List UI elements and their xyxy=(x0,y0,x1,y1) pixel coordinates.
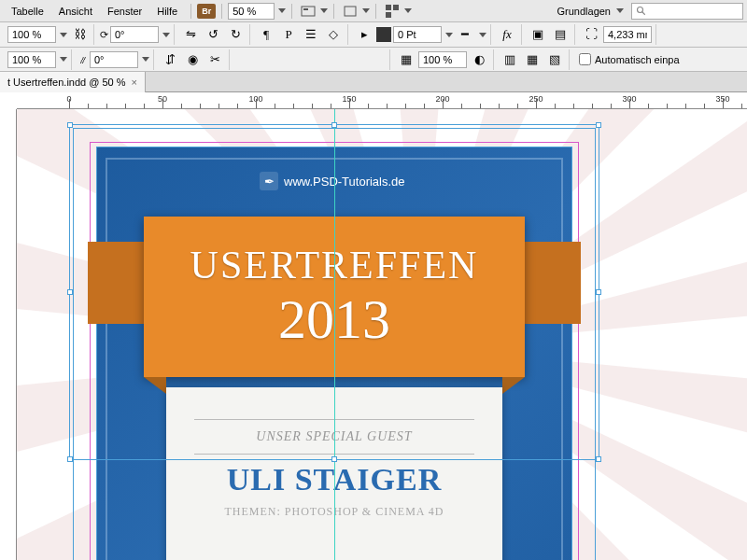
blend-icon[interactable]: ◐ xyxy=(469,50,489,69)
char-style-icon[interactable]: P xyxy=(278,25,299,44)
wrap-shape-icon[interactable]: ▥ xyxy=(500,50,520,69)
opacity-icon[interactable]: ▦ xyxy=(396,50,416,69)
document-tab-bar: t Usertreffen.indd @ 50 % × xyxy=(0,72,747,92)
search-box[interactable] xyxy=(631,3,743,20)
stroke-width-input[interactable] xyxy=(603,26,652,43)
text-wrap-icon[interactable]: ☰ xyxy=(301,25,321,44)
svg-line-7 xyxy=(642,11,645,14)
view-mode-icon-1[interactable] xyxy=(298,2,318,21)
zoom-level[interactable] xyxy=(228,3,286,20)
scale-y-input[interactable] xyxy=(7,51,56,68)
auto-fit-checkbox[interactable] xyxy=(579,53,591,65)
close-tab-icon[interactable]: × xyxy=(132,77,137,88)
selection-handle[interactable] xyxy=(331,122,337,128)
flip-v-icon[interactable]: ⇵ xyxy=(160,50,180,69)
selection-handle[interactable] xyxy=(596,122,601,128)
selection-frame[interactable] xyxy=(69,124,599,460)
pathfinder-icon[interactable]: ◉ xyxy=(182,50,203,69)
selection-handle[interactable] xyxy=(67,122,73,128)
menu-fenster[interactable]: Fenster xyxy=(100,2,149,21)
wrap-column-icon[interactable]: ▧ xyxy=(544,50,565,69)
search-icon xyxy=(636,6,647,17)
para-style-icon[interactable]: ¶ xyxy=(256,25,276,44)
canvas[interactable]: ✒ www.PSD-Tutorials.de USERTREFFEN 2013 … xyxy=(17,109,747,560)
fx-icon[interactable]: fx xyxy=(497,25,517,44)
svg-rect-3 xyxy=(386,5,391,10)
scale-x-input[interactable] xyxy=(7,26,56,43)
scissors-icon[interactable]: ✂ xyxy=(204,50,225,69)
rotate-cw-icon[interactable]: ↻ xyxy=(225,25,246,44)
chevron-right-icon[interactable]: ▸ xyxy=(354,25,374,44)
corner-options-icon[interactable]: ◇ xyxy=(323,25,344,44)
arrange-icon[interactable] xyxy=(382,2,402,21)
rotation-input[interactable] xyxy=(110,26,159,43)
workspace: ✒ www.PSD-Tutorials.de USERTREFFEN 2013 … xyxy=(0,109,747,560)
opacity-input[interactable] xyxy=(418,51,467,68)
menubar: Tabelle Ansicht Fenster Hilfe Br Grundla… xyxy=(0,0,747,22)
selection-handle[interactable] xyxy=(67,456,73,462)
bridge-icon[interactable]: Br xyxy=(197,4,216,19)
wrap-jump-icon[interactable]: ▦ xyxy=(522,50,543,69)
view-mode-icon-2[interactable] xyxy=(340,2,360,21)
document-tab[interactable]: t Usertreffen.indd @ 50 % × xyxy=(0,72,146,92)
selection-handle[interactable] xyxy=(596,289,601,295)
wrap-none-icon[interactable]: ▣ xyxy=(528,25,548,44)
menu-ansicht[interactable]: Ansicht xyxy=(51,2,100,21)
wrap-bounding-icon[interactable]: ▤ xyxy=(550,25,571,44)
selection-handle[interactable] xyxy=(596,456,601,462)
zoom-input[interactable] xyxy=(228,3,275,20)
selection-handle[interactable] xyxy=(67,289,73,295)
link-scale-icon[interactable]: ⛓ xyxy=(69,25,90,44)
workspace-selector[interactable]: Grundlagen xyxy=(557,6,625,17)
menu-tabelle[interactable]: Tabelle xyxy=(4,2,51,21)
control-panel-row1: ⛓ ⟳ ⇋ ↺ ↻ ¶ P ☰ ◇ ▸ ━ fx ▣ ▤ ⛶ xyxy=(0,22,747,48)
svg-rect-1 xyxy=(303,8,308,10)
svg-rect-0 xyxy=(302,7,315,16)
shear-input[interactable] xyxy=(90,51,138,68)
menu-hilfe[interactable]: Hilfe xyxy=(149,2,185,21)
flip-h-icon[interactable]: ⇋ xyxy=(180,25,201,44)
stroke-style-icon[interactable]: ━ xyxy=(455,25,475,44)
stroke-pt-input[interactable] xyxy=(393,26,442,43)
svg-rect-2 xyxy=(345,7,356,16)
selection-handle[interactable] xyxy=(331,456,337,462)
ruler-horizontal[interactable]: 0 50 100 150 200 250 300 350 xyxy=(17,92,747,109)
rotate-ccw-icon[interactable]: ↺ xyxy=(203,25,223,44)
fill-swatch[interactable] xyxy=(376,27,391,42)
fit-frame-icon[interactable]: ⛶ xyxy=(581,25,601,44)
control-panel-row2: ⫽ ⇵ ◉ ✂ ▦ ◐ ▥ ▦ ▧ Automatisch einpa xyxy=(0,48,747,72)
rotation-icon: ⟳ xyxy=(100,29,108,41)
auto-fit-label: Automatisch einpa xyxy=(595,54,680,65)
svg-rect-4 xyxy=(393,5,399,10)
ruler-vertical[interactable] xyxy=(0,109,17,560)
shear-icon: ⫽ xyxy=(78,54,88,65)
svg-point-6 xyxy=(638,7,643,12)
svg-rect-5 xyxy=(386,12,391,18)
